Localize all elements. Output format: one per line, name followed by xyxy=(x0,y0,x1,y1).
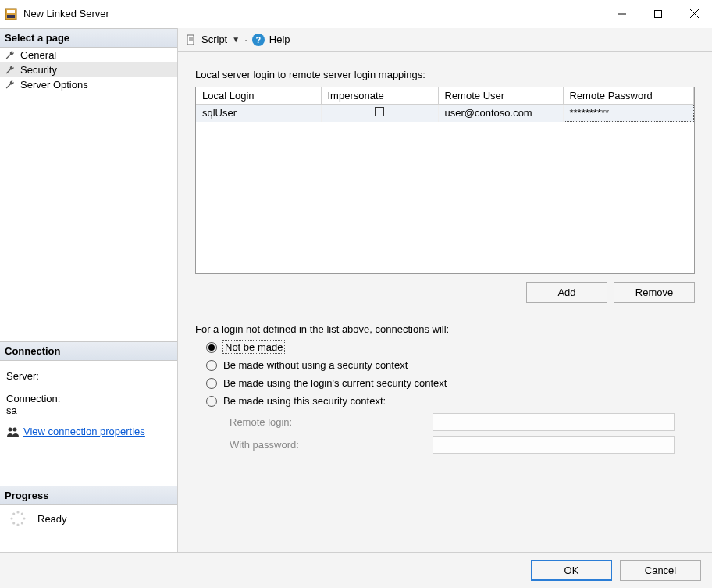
svg-rect-17 xyxy=(187,35,194,45)
connection-value: sa xyxy=(6,404,171,416)
login-mapping-grid[interactable]: Local Login Impersonate Remote User Remo… xyxy=(195,87,695,274)
cell-impersonate[interactable] xyxy=(321,105,438,122)
maximize-button[interactable] xyxy=(640,2,676,26)
impersonate-checkbox[interactable] xyxy=(375,107,384,116)
mapping-label: Local server login to remote server logi… xyxy=(195,69,695,80)
radio-not-made[interactable]: Not be made xyxy=(206,341,695,353)
svg-point-13 xyxy=(16,523,19,526)
page-label-server-options: Server Options xyxy=(20,79,88,91)
radio-label-no-security: Be made without using a security context xyxy=(223,359,408,371)
svg-rect-2 xyxy=(7,15,15,18)
wrench-icon xyxy=(5,80,16,91)
server-label: Server: xyxy=(6,370,171,382)
cell-remote-password[interactable]: ********** xyxy=(563,105,694,122)
help-icon: ? xyxy=(252,34,265,46)
svg-point-16 xyxy=(12,512,15,515)
sidebar: Select a page General Security Server Op… xyxy=(0,28,177,552)
window-buttons xyxy=(604,2,712,26)
people-icon xyxy=(6,426,19,437)
radio-icon[interactable] xyxy=(206,378,217,389)
wrench-icon xyxy=(5,50,16,61)
view-connection-properties-link[interactable]: View connection properties xyxy=(23,426,145,437)
connection-header: Connection xyxy=(0,341,177,361)
radio-label-not-made: Not be made xyxy=(223,341,284,353)
script-dropdown-arrow[interactable]: ▼ xyxy=(232,35,240,44)
svg-point-11 xyxy=(23,517,25,519)
svg-point-14 xyxy=(12,522,15,524)
radio-icon[interactable] xyxy=(206,360,217,371)
progress-spinner-icon xyxy=(9,510,27,527)
progress-status: Ready xyxy=(37,513,67,525)
script-icon xyxy=(186,34,197,45)
remove-button[interactable]: Remove xyxy=(614,282,695,303)
progress-row: Ready xyxy=(0,505,177,532)
radio-label-current-security: Be made using the login's current securi… xyxy=(223,377,447,389)
connection-label: Connection: xyxy=(6,393,171,404)
help-button[interactable]: Help xyxy=(269,34,290,45)
radio-no-security[interactable]: Be made without using a security context xyxy=(206,359,695,371)
with-password-label: With password: xyxy=(230,439,433,451)
progress-header: Progress xyxy=(0,486,177,505)
remote-login-row: Remote login: xyxy=(230,413,695,431)
app-icon xyxy=(5,8,17,20)
select-page-header: Select a page xyxy=(0,28,177,48)
grid-row[interactable]: sqlUser user@contoso.com ********** xyxy=(196,105,694,122)
col-impersonate[interactable]: Impersonate xyxy=(321,87,438,105)
window-title: New Linked Server xyxy=(23,8,604,20)
svg-point-12 xyxy=(21,522,23,524)
page-item-general[interactable]: General xyxy=(0,48,177,62)
main-panel: Script ▼ · ? Help Local server login to … xyxy=(177,28,712,552)
with-password-input xyxy=(433,436,675,454)
page-label-security: Security xyxy=(20,64,57,76)
page-item-security[interactable]: Security xyxy=(0,62,177,77)
remote-login-input xyxy=(433,413,675,431)
connection-info: Server: Connection: sa xyxy=(0,361,177,421)
svg-point-15 xyxy=(10,517,12,519)
svg-point-10 xyxy=(21,512,23,515)
dialog-footer: OK Cancel xyxy=(0,552,712,588)
col-remote-user[interactable]: Remote User xyxy=(438,87,563,105)
undefined-login-label: For a login not defined in the list abov… xyxy=(195,323,695,335)
close-button[interactable] xyxy=(676,2,712,26)
svg-rect-4 xyxy=(655,10,662,17)
radio-label-this-security: Be made using this security context: xyxy=(223,395,386,407)
radio-icon[interactable] xyxy=(206,396,217,407)
add-button[interactable]: Add xyxy=(526,282,607,303)
remote-login-label: Remote login: xyxy=(230,416,433,428)
toolbar: Script ▼ · ? Help xyxy=(178,28,712,52)
cell-local-login[interactable]: sqlUser xyxy=(196,105,321,122)
cell-remote-user[interactable]: user@contoso.com xyxy=(438,105,563,122)
svg-point-7 xyxy=(9,427,12,431)
ok-button[interactable]: OK xyxy=(531,560,612,581)
radio-this-security[interactable]: Be made using this security context: xyxy=(206,395,695,407)
cancel-button[interactable]: Cancel xyxy=(620,560,701,581)
wrench-icon xyxy=(5,65,16,76)
with-password-row: With password: xyxy=(230,436,695,454)
svg-point-8 xyxy=(13,427,17,431)
view-conn-props-row: View connection properties xyxy=(0,421,177,442)
page-label-general: General xyxy=(20,49,56,61)
radio-current-security[interactable]: Be made using the login's current securi… xyxy=(206,377,695,389)
minimize-button[interactable] xyxy=(604,2,640,26)
grid-header: Local Login Impersonate Remote User Remo… xyxy=(196,87,694,105)
svg-point-9 xyxy=(16,511,19,513)
col-remote-password[interactable]: Remote Password xyxy=(563,87,694,105)
radio-icon[interactable] xyxy=(206,342,217,353)
svg-rect-1 xyxy=(7,10,15,13)
script-button[interactable]: Script xyxy=(201,34,227,45)
page-item-server-options[interactable]: Server Options xyxy=(0,77,177,92)
titlebar: New Linked Server xyxy=(0,0,712,28)
col-local-login[interactable]: Local Login xyxy=(196,87,321,105)
